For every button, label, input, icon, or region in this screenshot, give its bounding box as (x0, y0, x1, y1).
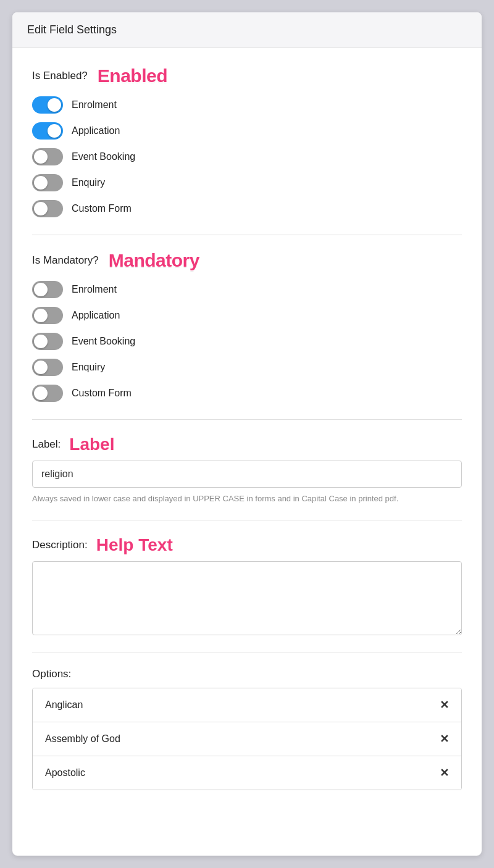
is-mandatory-section: Is Mandatory? Mandatory Enrolment (32, 250, 462, 402)
toggle-enabled-application[interactable] (32, 122, 63, 140)
description-field-label-row: Description: Help Text (32, 535, 462, 555)
option-delete-button-1[interactable]: ✕ (440, 733, 449, 745)
divider-4 (32, 653, 462, 653)
toggle-row-mandatory-enrolment: Enrolment (32, 281, 462, 298)
toggle-row-mandatory-enquiry: Enquiry (32, 359, 462, 376)
is-mandatory-badge: Mandatory (109, 250, 199, 271)
toggle-label-enabled-application: Application (72, 125, 120, 136)
toggle-row-mandatory-custom-form: Custom Form (32, 385, 462, 402)
card-header: Edit Field Settings (12, 12, 482, 48)
is-mandatory-label: Is Mandatory? (32, 254, 99, 267)
is-enabled-section: Is Enabled? Enabled Enrolment (32, 65, 462, 217)
option-text-0: Anglican (45, 699, 83, 711)
toggle-row-enabled-event-booking: Event Booking (32, 148, 462, 165)
toggle-label-mandatory-event-booking: Event Booking (72, 336, 135, 347)
toggle-enabled-enquiry[interactable] (32, 174, 63, 191)
toggle-mandatory-enrolment[interactable] (32, 281, 63, 298)
label-hint: Always saved in lower case and displayed… (32, 493, 462, 505)
toggle-label-enabled-enrolment: Enrolment (72, 99, 117, 111)
label-field-badge: Label (69, 435, 114, 454)
toggle-row-enabled-enquiry: Enquiry (32, 174, 462, 191)
toggle-row-mandatory-application: Application (32, 307, 462, 324)
description-field-section: Description: Help Text (32, 535, 462, 638)
toggle-row-enabled-enrolment: Enrolment (32, 96, 462, 114)
divider-2 (32, 419, 462, 420)
options-list: Anglican ✕ Assembly of God ✕ Apostolic ✕ (32, 688, 462, 790)
option-row-1: Assembly of God ✕ (33, 722, 461, 756)
toggle-label-mandatory-enquiry: Enquiry (72, 362, 105, 373)
toggle-enabled-event-booking[interactable] (32, 148, 63, 165)
toggle-label-mandatory-enrolment: Enrolment (72, 284, 117, 295)
option-delete-button-2[interactable]: ✕ (440, 767, 449, 778)
toggle-enabled-enrolment[interactable] (32, 96, 63, 114)
toggle-label-enabled-enquiry: Enquiry (72, 177, 105, 188)
options-section: Options: Anglican ✕ Assembly of God ✕ Ap… (32, 668, 462, 790)
toggle-mandatory-event-booking[interactable] (32, 333, 63, 350)
page-title: Edit Field Settings (27, 23, 117, 36)
label-input[interactable] (32, 461, 462, 488)
toggle-enabled-custom-form[interactable] (32, 200, 63, 217)
toggle-mandatory-enquiry[interactable] (32, 359, 63, 376)
description-field-badge: Help Text (96, 535, 173, 555)
toggle-row-mandatory-event-booking: Event Booking (32, 333, 462, 350)
toggle-mandatory-application[interactable] (32, 307, 63, 324)
description-textarea[interactable] (32, 561, 462, 635)
toggle-row-enabled-application: Application (32, 122, 462, 140)
divider-3 (32, 520, 462, 520)
is-enabled-label: Is Enabled? (32, 70, 88, 82)
is-enabled-label-row: Is Enabled? Enabled (32, 65, 462, 86)
option-row-2: Apostolic ✕ (33, 756, 461, 790)
toggle-mandatory-custom-form[interactable] (32, 385, 63, 402)
toggle-label-enabled-custom-form: Custom Form (72, 203, 132, 214)
option-row-0: Anglican ✕ (33, 688, 461, 722)
option-delete-button-0[interactable]: ✕ (440, 699, 449, 711)
toggle-label-mandatory-application: Application (72, 310, 120, 321)
toggle-row-enabled-custom-form: Custom Form (32, 200, 462, 217)
label-field-label-row: Label: Label (32, 435, 462, 454)
toggle-label-mandatory-custom-form: Custom Form (72, 388, 132, 399)
is-mandatory-label-row: Is Mandatory? Mandatory (32, 250, 462, 271)
edit-field-settings-card: Edit Field Settings Is Enabled? Enabled … (12, 12, 482, 856)
options-label: Options: (32, 668, 462, 680)
description-field-label: Description: (32, 539, 88, 551)
divider-1 (32, 235, 462, 235)
option-text-1: Assembly of God (45, 733, 120, 745)
label-field-section: Label: Label Always saved in lower case … (32, 435, 462, 505)
toggle-label-enabled-event-booking: Event Booking (72, 151, 135, 162)
is-enabled-badge: Enabled (98, 65, 167, 86)
option-text-2: Apostolic (45, 767, 85, 778)
card-body: Is Enabled? Enabled Enrolment (12, 48, 482, 822)
label-field-label: Label: (32, 438, 61, 451)
